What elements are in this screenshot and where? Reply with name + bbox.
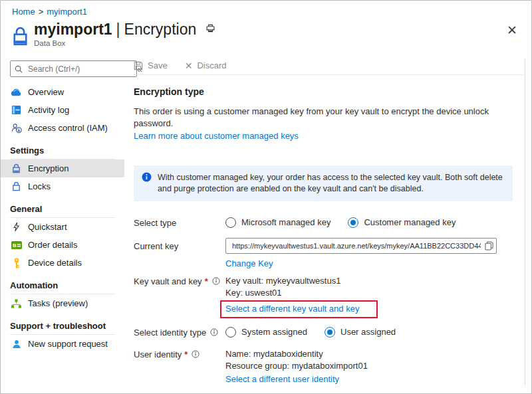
sidebar-item-encryption[interactable]: Encryption <box>1 159 124 177</box>
key-name: Key: uswest01 <box>225 287 523 299</box>
tasks-icon <box>11 298 22 309</box>
key-vault-name: Key vault: mykeyvaultwestus1 <box>225 275 523 287</box>
resource-type-subtitle: Data Box <box>34 39 215 47</box>
user-identity-label: User identity <box>134 349 182 359</box>
device-details-key-icon <box>11 257 22 268</box>
highlight-red-box: Select a different key vault and key <box>220 300 378 318</box>
breadcrumb-separator: > <box>35 7 47 17</box>
page-title-block: myimport1|Encryption Data Box <box>34 21 215 47</box>
current-key-row: Current key Change Key <box>134 238 523 268</box>
sidebar-group-settings: Settings Encryption Locks <box>1 142 124 195</box>
discard-label: Discard <box>197 60 226 70</box>
sidebar-item-label: New support request <box>28 339 108 349</box>
key-vault-info-icon[interactable] <box>212 277 220 285</box>
change-key-link[interactable]: Change Key <box>225 258 273 268</box>
user-identity-info-icon[interactable] <box>192 350 200 358</box>
sidebar: « Overview Activity log Access control (… <box>1 59 124 354</box>
resource-lock-icon <box>11 25 29 47</box>
select-key-vault-link[interactable]: Select a different key vault and key <box>225 304 359 314</box>
radio-label: Microsoft managed key <box>241 217 331 227</box>
sidebar-item-order-details[interactable]: B Order details <box>1 236 124 254</box>
current-key-input[interactable] <box>231 241 482 250</box>
sidebar-item-quickstart[interactable]: Quickstart <box>1 218 124 236</box>
copy-icon[interactable] <box>485 241 493 250</box>
sidebar-item-locks[interactable]: Locks <box>1 177 124 195</box>
overview-icon <box>11 86 22 98</box>
activity-log-icon <box>11 104 22 116</box>
sidebar-item-label: Quickstart <box>28 222 67 232</box>
radio-label: System assigned <box>241 327 307 337</box>
sidebar-group-automation: Automation Tasks (preview) <box>1 276 124 312</box>
sidebar-item-overview[interactable]: Overview <box>1 83 124 101</box>
breadcrumb-home[interactable]: Home <box>12 7 35 17</box>
save-icon <box>134 61 143 70</box>
radio-microsoft-managed-key[interactable]: Microsoft managed key <box>225 217 331 228</box>
key-vault-label: Key vault and key <box>134 276 202 286</box>
sidebar-item-device-details[interactable]: Device details <box>1 254 124 272</box>
encryption-lock-icon <box>11 163 22 174</box>
printer-icon[interactable] <box>205 23 215 33</box>
page-title: myimport1|Encryption <box>34 21 215 38</box>
encryption-form: Select type Microsoft managed key Custom… <box>134 217 523 385</box>
info-banner: With customer managed key, your order ha… <box>134 165 513 201</box>
search-input[interactable] <box>27 64 132 74</box>
radio-unchecked-icon <box>225 217 236 228</box>
sidebar-group-support: Support + troubleshoot New support reque… <box>1 317 124 353</box>
save-label: Save <box>148 60 168 70</box>
order-details-icon: B <box>11 239 22 250</box>
sidebar-item-label: Access control (IAM) <box>28 123 108 133</box>
search-icon <box>15 65 23 73</box>
identity-type-info-icon[interactable] <box>210 328 218 336</box>
sidebar-header-settings: Settings <box>10 142 115 159</box>
locks-icon <box>11 181 22 192</box>
sidebar-search[interactable] <box>10 60 137 77</box>
identity-resource-group: Resource group: mydataboximport01 <box>225 360 523 372</box>
required-asterisk: * <box>184 349 188 359</box>
save-button[interactable]: Save <box>134 60 168 70</box>
discard-button[interactable]: ✕ Discard <box>185 60 227 71</box>
sidebar-header-support: Support + troubleshoot <box>10 317 115 335</box>
radio-label: User assigned <box>340 327 396 337</box>
support-person-icon <box>11 338 22 349</box>
svg-text:B: B <box>13 243 17 248</box>
sidebar-item-label: Order details <box>28 240 77 250</box>
breadcrumb: Home>myimport1 <box>12 7 87 17</box>
sidebar-item-tasks[interactable]: Tasks (preview) <box>1 294 124 312</box>
command-bar: Save ✕ Discard <box>134 59 523 75</box>
current-key-field[interactable] <box>225 238 497 254</box>
sidebar-item-label: Overview <box>28 87 64 97</box>
main-content: Save ✕ Discard Encryption type This orde… <box>134 59 523 385</box>
radio-system-assigned[interactable]: System assigned <box>225 327 307 338</box>
encryption-description: This order is using a customer managed k… <box>134 106 523 130</box>
learn-more-link[interactable]: Learn more about customer managed keys <box>134 131 299 141</box>
sidebar-item-label: Activity log <box>28 105 69 115</box>
access-control-icon <box>11 122 22 134</box>
sidebar-header-automation: Automation <box>10 276 115 294</box>
sidebar-item-label: Device details <box>28 258 82 268</box>
key-vault-row: Key vault and key * Key vault: mykeyvaul… <box>134 275 523 318</box>
sidebar-item-label: Encryption <box>28 163 68 173</box>
close-icon[interactable]: ✕ <box>507 23 517 38</box>
sidebar-header-general: General <box>10 200 115 218</box>
radio-user-assigned[interactable]: User assigned <box>325 327 396 338</box>
title-divider: | <box>112 21 124 38</box>
sidebar-item-activity-log[interactable]: Activity log <box>1 101 124 119</box>
encryption-page: Home>myimport1 myimport1|Encryption Data… <box>0 0 532 394</box>
sidebar-item-label: Locks <box>28 181 51 191</box>
quickstart-icon <box>11 221 22 233</box>
sidebar-group-main: Overview Activity log Access control (IA… <box>1 83 124 137</box>
required-asterisk: * <box>205 276 208 286</box>
sidebar-item-new-support-request[interactable]: New support request <box>1 335 124 353</box>
select-user-identity-link[interactable]: Select a different user identity <box>225 373 339 385</box>
sidebar-item-access-control[interactable]: Access control (IAM) <box>1 119 124 137</box>
radio-customer-managed-key[interactable]: Customer managed key <box>348 217 456 228</box>
breadcrumb-current[interactable]: myimport1 <box>47 7 87 17</box>
radio-unchecked-icon <box>225 327 236 338</box>
discard-x-icon: ✕ <box>185 60 193 71</box>
current-key-label: Current key <box>134 241 178 251</box>
page-name: Encryption <box>124 21 197 38</box>
select-type-label: Select type <box>134 218 176 228</box>
sidebar-group-general: General Quickstart B Order details Devic… <box>1 200 124 272</box>
identity-type-label: Select identity type <box>134 328 206 338</box>
identity-name: Name: mydataboxidentity <box>225 348 523 360</box>
